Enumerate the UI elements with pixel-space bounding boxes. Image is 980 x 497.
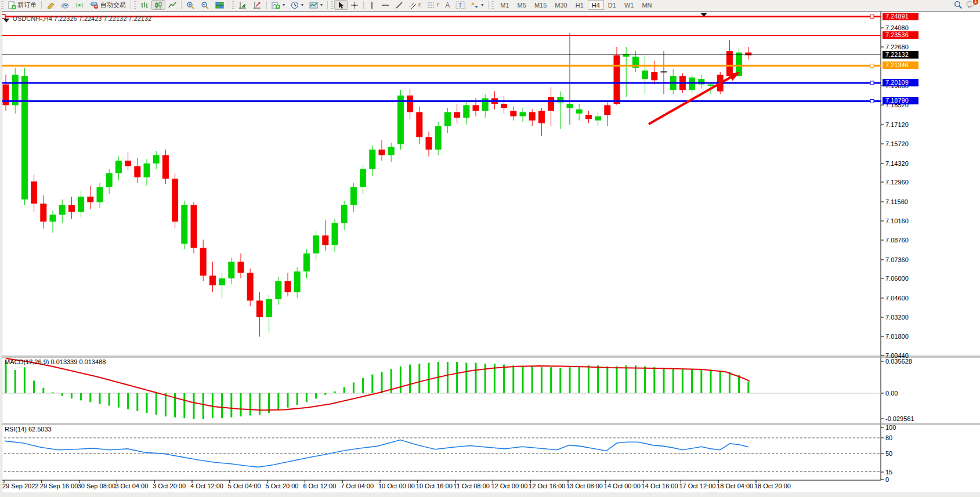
vertical-line-tool-button[interactable] (366, 0, 378, 10)
line-handle[interactable] (870, 64, 874, 67)
toolbar-grip[interactable] (491, 1, 494, 9)
candle-body (238, 262, 244, 273)
candle-body (228, 262, 234, 278)
zoom-out-button[interactable] (198, 0, 212, 10)
new-order-button[interactable]: 新订单 (5, 0, 39, 10)
time-scale-label: 7 Oct 04:00 (341, 483, 374, 489)
price-badge: 7.23536 (883, 31, 918, 39)
indicator-scale-label: 100 (885, 424, 896, 431)
channel-tool-button[interactable]: E (406, 0, 424, 10)
fibonacci-tool-button[interactable]: F (424, 0, 442, 10)
time-scale-label: 4 Oct 12:00 (190, 483, 223, 489)
price-scale-label: 7.22680 (885, 43, 909, 50)
trendline-tool-button[interactable] (392, 0, 406, 10)
time-scale-label: 14 Oct 16:00 (642, 483, 678, 489)
separator (266, 1, 267, 9)
chart-canvas[interactable] (0, 10, 980, 497)
line-handle[interactable] (870, 99, 874, 103)
notification-badge: 1 (972, 0, 979, 5)
candle-body (3, 85, 9, 106)
zoom-in-button[interactable] (183, 0, 198, 10)
arrows-icon (471, 1, 479, 9)
candle-body (350, 187, 357, 205)
auto-trading-button[interactable]: 自动交易 (87, 0, 129, 10)
timeframe-button-h1[interactable]: H1 (572, 0, 588, 10)
candle-chart-mode-button[interactable] (151, 0, 165, 10)
candle-body (585, 115, 592, 119)
time-scale-label: 29 Sep 16:00 (40, 483, 78, 489)
horizontal-line-icon (381, 1, 389, 9)
candle-body (209, 275, 216, 285)
clock-icon (291, 1, 299, 9)
candle-body (548, 97, 554, 111)
candle-body (463, 105, 469, 118)
candle-body (623, 54, 630, 57)
timeframe-button-m5[interactable]: M5 (513, 0, 530, 10)
time-scale-label: 6 Oct 12:00 (303, 483, 336, 489)
indicator-scale-label: 0.00 (885, 390, 898, 397)
timeframe-button-h4[interactable]: H4 (588, 0, 604, 10)
line-handle[interactable] (870, 81, 874, 85)
candle-body (604, 105, 610, 115)
toolbar-grip[interactable] (331, 1, 333, 9)
toolbar-grip[interactable] (1, 1, 3, 9)
timeframe-button-m15[interactable]: M15 (530, 0, 551, 10)
toolbar-grip[interactable] (134, 1, 136, 9)
price-scale-label: 7.11560 (885, 198, 908, 205)
signal-button[interactable] (73, 0, 87, 10)
period-button[interactable]: ▾ (288, 0, 306, 10)
chart-window-button[interactable] (58, 0, 73, 10)
price-badge: 7.21346 (883, 61, 918, 69)
auto-trading-label: 自动交易 (100, 1, 126, 9)
notifications-button[interactable]: 1 (966, 0, 975, 10)
price-badge: 7.24891 (883, 13, 918, 20)
dropdown-caret: ▾ (320, 2, 323, 8)
separator (327, 1, 328, 9)
candle-body (200, 248, 207, 276)
timeframe-button-mn[interactable]: MN (638, 0, 656, 10)
candle-body (595, 116, 601, 120)
signal-icon (75, 1, 84, 9)
candle-body (397, 96, 404, 144)
candle-body (520, 112, 526, 116)
candle-body (313, 235, 319, 253)
crosshair-profile-button[interactable] (250, 0, 265, 10)
arrows-tool-button[interactable]: ▾ (468, 0, 486, 10)
symbol-dropdown-triangle[interactable] (3, 19, 9, 23)
profile-button[interactable] (236, 0, 250, 10)
chart-window[interactable]: USDCNH-,H4 7.22326 7.22423 7.22132 7.221… (0, 10, 980, 497)
timeframe-button-d1[interactable]: D1 (604, 0, 620, 10)
price-scale-label: 7.15720 (885, 140, 909, 147)
candle-body (106, 173, 113, 187)
text-label-icon: T (455, 1, 465, 9)
candle-body (285, 281, 291, 292)
time-scale-label: 30 Sep 08:00 (78, 483, 115, 489)
toolbar-grip[interactable] (232, 1, 234, 9)
candle-body (125, 161, 131, 166)
candle-body (97, 187, 103, 202)
text-label-tool-button[interactable]: T (453, 0, 468, 10)
line-chart-mode-button[interactable] (165, 0, 179, 10)
candle-body (191, 205, 197, 248)
add-indicator-button[interactable]: ▾ (269, 0, 288, 10)
bar-chart-mode-button[interactable] (138, 0, 151, 10)
tile-windows-button[interactable] (212, 0, 227, 10)
timeframe-button-w1[interactable]: W1 (620, 0, 638, 10)
price-scale-label: 7.03200 (885, 314, 909, 321)
rsi-line (5, 440, 748, 467)
timeframe-button-m30[interactable]: M30 (551, 0, 571, 10)
line-handle[interactable] (870, 15, 874, 19)
time-scale-label: 10 Oct 00:00 (378, 483, 415, 489)
timeframe-button-m1[interactable]: M1 (496, 0, 513, 10)
search-icon[interactable] (954, 1, 963, 9)
horizontal-line-tool-button[interactable] (378, 0, 392, 10)
candle-body (341, 205, 348, 223)
indicator-scale-label: 15 (885, 469, 892, 476)
crosshair-tool-button[interactable] (348, 0, 361, 10)
text-tool-button[interactable]: A (442, 0, 453, 10)
candle-body (614, 55, 620, 104)
cursor-tool-button[interactable] (334, 0, 348, 10)
bar-chart-icon (140, 1, 149, 9)
crayon-tool-button[interactable] (44, 0, 58, 10)
template-button[interactable]: ▾ (306, 0, 326, 10)
